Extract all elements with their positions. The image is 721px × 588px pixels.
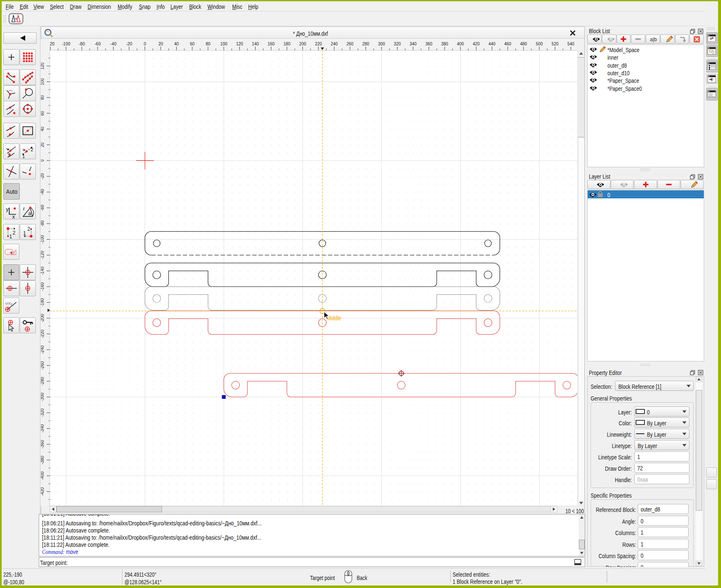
svg-text:260: 260 bbox=[347, 41, 354, 46]
svg-text:-20: -20 bbox=[126, 41, 132, 46]
svg-text:-100: -100 bbox=[62, 41, 70, 46]
svg-text:-80: -80 bbox=[79, 41, 85, 46]
svg-text:360: 360 bbox=[425, 41, 432, 46]
svg-text:20: 20 bbox=[41, 142, 45, 147]
svg-text:-360: -360 bbox=[41, 440, 45, 448]
svg-text:60: 60 bbox=[190, 41, 195, 46]
svg-text:520: 520 bbox=[551, 41, 559, 46]
svg-text:100: 100 bbox=[220, 41, 228, 46]
svg-text:40: 40 bbox=[174, 41, 179, 46]
svg-text:400: 400 bbox=[457, 41, 464, 46]
svg-text:200: 200 bbox=[299, 41, 306, 46]
svg-text:480: 480 bbox=[520, 41, 527, 46]
svg-text:140: 140 bbox=[252, 41, 259, 46]
svg-text:220: 220 bbox=[315, 41, 322, 46]
svg-text:80: 80 bbox=[41, 95, 45, 100]
svg-text:-40: -40 bbox=[110, 41, 116, 46]
svg-text:-180: -180 bbox=[41, 298, 45, 307]
svg-text:-40: -40 bbox=[41, 189, 45, 195]
svg-text:320: 320 bbox=[394, 41, 401, 46]
svg-text:440: 440 bbox=[488, 41, 496, 46]
svg-text:0: 0 bbox=[41, 159, 45, 162]
svg-text:-420: -420 bbox=[41, 488, 45, 496]
svg-text:420: 420 bbox=[473, 41, 480, 46]
svg-text:-300: -300 bbox=[41, 393, 45, 401]
svg-text:1: 1 bbox=[22, 154, 25, 159]
svg-text:-240: -240 bbox=[41, 345, 45, 354]
svg-text:40: 40 bbox=[41, 127, 45, 132]
svg-text:1: 1 bbox=[9, 234, 12, 240]
svg-text:-80: -80 bbox=[41, 221, 45, 227]
svg-text:500: 500 bbox=[536, 41, 543, 46]
svg-text:a|b: a|b bbox=[650, 37, 657, 42]
svg-text:r: r bbox=[23, 206, 25, 212]
svg-text:240: 240 bbox=[331, 41, 338, 46]
svg-text:-320: -320 bbox=[41, 409, 45, 417]
svg-text:300: 300 bbox=[378, 41, 385, 46]
svg-text:-260: -260 bbox=[41, 361, 45, 370]
svg-text:-200: -200 bbox=[41, 314, 45, 322]
svg-text:x: x bbox=[12, 214, 15, 219]
svg-text:160: 160 bbox=[268, 41, 275, 46]
svg-text:-400: -400 bbox=[41, 472, 45, 480]
svg-text:-280: -280 bbox=[41, 377, 45, 385]
svg-text:0: 0 bbox=[144, 41, 146, 46]
svg-text:540: 540 bbox=[567, 41, 575, 46]
svg-text:280: 280 bbox=[362, 41, 369, 46]
svg-text:1: 1 bbox=[23, 230, 26, 236]
svg-text:-100: -100 bbox=[41, 235, 45, 244]
svg-text:100: 100 bbox=[41, 78, 45, 85]
svg-text:460: 460 bbox=[504, 41, 512, 46]
svg-text:-160: -160 bbox=[41, 282, 45, 291]
svg-text:2: 2 bbox=[31, 147, 33, 152]
svg-text:-60: -60 bbox=[41, 205, 45, 211]
svg-text:-120: -120 bbox=[41, 251, 45, 259]
svg-text:340: 340 bbox=[410, 41, 417, 46]
svg-text:-220: -220 bbox=[41, 330, 45, 338]
svg-text:60: 60 bbox=[41, 111, 45, 116]
svg-text:-60: -60 bbox=[95, 41, 101, 46]
svg-text:-20: -20 bbox=[41, 173, 45, 179]
svg-text:380: 380 bbox=[441, 41, 448, 46]
svg-text:2: 2 bbox=[13, 230, 16, 236]
svg-text:80: 80 bbox=[206, 41, 210, 46]
svg-text:120: 120 bbox=[41, 63, 45, 70]
svg-text:-140: -140 bbox=[41, 267, 45, 275]
svg-text:120: 120 bbox=[236, 41, 243, 46]
svg-text:180: 180 bbox=[284, 41, 291, 46]
svg-text:2: 2 bbox=[27, 226, 30, 232]
svg-text:a: a bbox=[28, 211, 31, 216]
svg-text:-340: -340 bbox=[41, 425, 45, 433]
svg-text:y: y bbox=[6, 206, 9, 212]
svg-text:20: 20 bbox=[159, 41, 163, 46]
svg-text:-380: -380 bbox=[41, 456, 45, 464]
